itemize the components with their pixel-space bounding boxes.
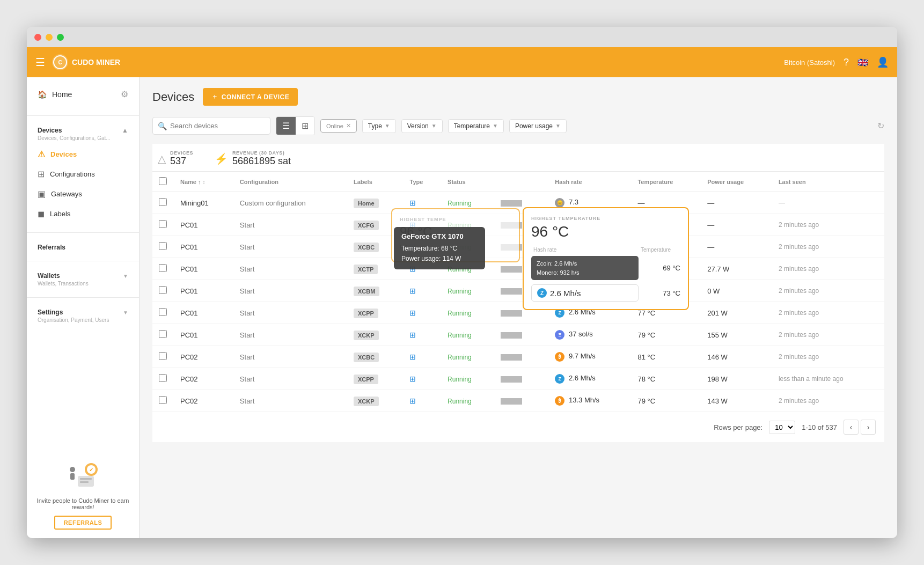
row-checkbox[interactable] [159,374,167,382]
plus-icon: ＋ [211,92,218,101]
sidebar-item-devices[interactable]: ⚠ Devices [27,144,139,164]
minimize-button[interactable] [46,34,53,41]
filter-power[interactable]: Power usage ▼ [509,119,567,133]
filter-online[interactable]: Online ✕ [320,119,357,133]
cell-name: PC02 [174,368,233,390]
cell-power: — [701,192,772,214]
svg-text:✓: ✓ [89,467,93,473]
table-container: △ DEVICES 537 ⚡ REVENUE (30 DAYS) 568618… [152,144,884,442]
help-icon[interactable]: ? [844,57,849,68]
user-icon[interactable]: 👤 [877,56,889,68]
cell-hashrate: ₿ 9.7 Mh/s [548,346,631,368]
sidebar-item-labels[interactable]: ◼ Labels [27,204,139,224]
table-row[interactable]: PC02 Start XCKP ⊞ Running ₿ 13.3 Mh/s 79… [152,390,884,412]
cell-name: PC01 [174,258,233,280]
col-hashrate: Hash rate [548,172,631,192]
version-filter-arrow: ▼ [431,123,437,129]
filter-version[interactable]: Version ▼ [401,119,443,133]
close-button[interactable] [34,34,41,41]
devices-stat-icon: △ [158,152,166,165]
cell-name: PC01 [174,236,233,258]
type-filter-arrow: ▼ [385,123,390,129]
row-checkbox[interactable] [159,220,167,228]
filter-temperature[interactable]: Temperature ▼ [448,119,504,133]
currency-selector[interactable]: Bitcoin (Satoshi) [784,58,835,67]
cell-status: Running [441,302,494,324]
cell-temp: 79 °C [631,324,701,346]
home-label: Home [52,90,72,99]
row-checkbox[interactable] [159,330,167,338]
row-checkbox[interactable] [159,198,167,206]
cell-temp: 79 °C [631,390,701,412]
cell-lastseen: 2 minutes ago [772,280,884,302]
search-input[interactable] [152,117,270,135]
referral-text: Invite people to Cudo Miner to earn rewa… [35,497,130,510]
row-checkbox[interactable] [159,352,167,360]
connect-device-button[interactable]: ＋ CONNECT A DEVICE [203,88,298,106]
col-labels[interactable]: Labels [347,172,404,192]
select-all-checkbox[interactable] [159,177,167,185]
cell-type: ⊞ [403,280,441,302]
cell-temp: 78 °C [631,368,701,390]
table-row[interactable]: PC01 Start XCBM ⊞ Running ₿ 14 sol/s 58 … [152,280,884,302]
cell-type: ⊞ [403,324,441,346]
referrals-button[interactable]: REFERRALS [54,516,112,530]
cell-lastseen: — [772,192,884,214]
referrals-group-header[interactable]: Referrals [27,241,139,252]
col-config[interactable]: Configuration [233,172,347,192]
wallets-group-header[interactable]: Wallets ▼ [27,270,139,281]
sidebar-item-gateways[interactable]: ▣ Gateways [27,184,139,204]
cell-bar [494,368,548,390]
cell-power: — [701,236,772,258]
cell-label: XCKP [347,324,404,346]
sidebar-label-labels: Labels [50,210,70,218]
cell-config: Start [233,346,347,368]
cell-name: PC01 [174,280,233,302]
next-page-button[interactable]: › [861,420,876,435]
configurations-icon: ⊞ [38,169,45,179]
row-checkbox[interactable] [159,264,167,272]
row-checkbox[interactable] [159,308,167,316]
menu-icon[interactable]: ☰ [35,56,45,69]
row-checkbox[interactable] [159,286,167,294]
devices-group-subtext: Devices, Configurations, Gat... [27,135,139,144]
sidebar: 🏠 Home ⚙ Devices ▲ Devices, Configuratio… [27,77,140,538]
cell-name: PC01 [174,302,233,324]
col-type[interactable]: Type [403,172,441,192]
cell-power: 143 W [701,390,772,412]
col-name[interactable]: Name ↑ ↕ [174,172,233,192]
table-row[interactable]: PC02 Start XCBC ⊞ Running ₿ 9.7 Mh/s 81 … [152,346,884,368]
cell-power: 198 W [701,368,772,390]
page-range: 1-10 of 537 [802,423,837,431]
refresh-icon[interactable]: ↻ [877,121,884,131]
maximize-button[interactable] [57,34,64,41]
cell-config: Custom configuration [233,192,347,214]
table-row[interactable]: PC02 Start XCPP ⊞ Running Z 2.6 Mh/s 78 … [152,368,884,390]
sidebar-item-home[interactable]: 🏠 Home ⚙ [27,84,139,105]
table-row[interactable]: PC01 Start XCPP ⊞ Running Z 2.6 Mh/s 77 … [152,302,884,324]
settings-icon[interactable]: ⚙ [121,89,128,99]
sidebar-item-configurations[interactable]: ⊞ Configurations [27,164,139,184]
prev-page-button[interactable]: ‹ [844,420,859,435]
page-title: Devices [152,90,194,104]
remove-online-filter[interactable]: ✕ [346,122,351,129]
col-bar [494,172,548,192]
filter-type[interactable]: Type ▼ [362,119,396,133]
row-checkbox[interactable] [159,242,167,250]
list-view-button[interactable]: ☰ [276,117,296,135]
devices-group-collapse[interactable]: ▲ [122,127,128,134]
svg-point-9 [70,467,75,472]
cell-hashrate: ₿ 13.3 Mh/s [548,390,631,412]
cell-config: Start [233,324,347,346]
info-card-main: HIGHEST TEMPERATURE 96 °C Hash rate Temp… [523,207,689,310]
settings-group-header[interactable]: Settings ▼ [27,306,139,317]
row-checkbox[interactable] [159,396,167,404]
grid-view-button[interactable]: ⊞ [296,117,314,135]
table-row[interactable]: PC01 Start XCKP ⊞ Running Ξ 37 sol/s 79 … [152,324,884,346]
rows-per-page-select[interactable]: 10 25 50 [769,421,795,434]
svg-rect-10 [70,473,75,480]
cell-status: Running [441,390,494,412]
language-selector[interactable]: 🇬🇧 [857,57,868,68]
rows-per-page-label: Rows per page: [714,423,762,431]
referral-illustration: ✓ [35,459,130,493]
